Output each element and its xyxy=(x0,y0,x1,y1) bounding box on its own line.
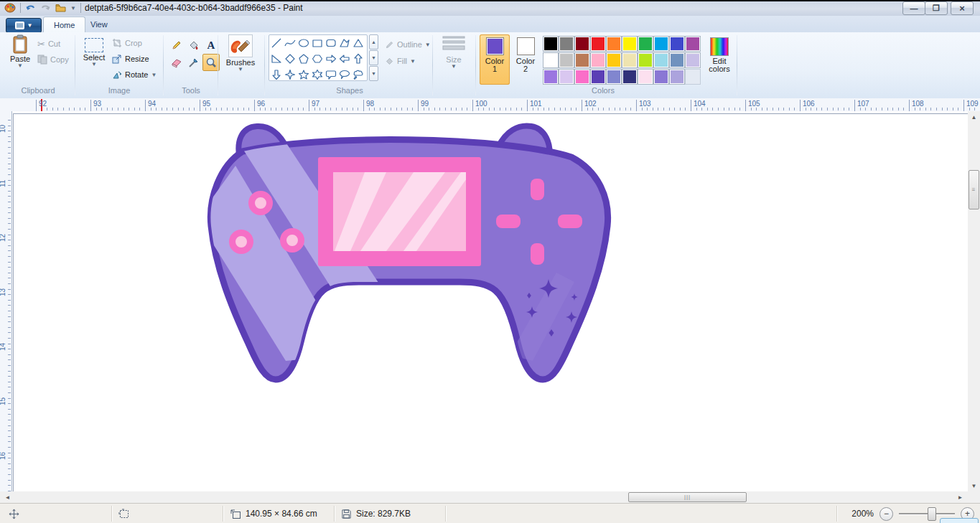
undo-icon[interactable] xyxy=(25,3,36,13)
minimize-button[interactable]: — xyxy=(902,1,925,15)
palette-swatch[interactable] xyxy=(669,52,685,68)
fill-tool[interactable] xyxy=(185,37,202,54)
palette-swatch[interactable] xyxy=(685,36,701,52)
palette-swatch[interactable] xyxy=(543,52,559,68)
color1-button[interactable]: Color 1 xyxy=(480,34,510,85)
palette-swatch[interactable] xyxy=(590,69,606,85)
color-picker-tool[interactable] xyxy=(185,54,202,71)
scroll-left-arrow[interactable]: ◄ xyxy=(1,491,14,503)
outline-button[interactable]: Outline ▼ xyxy=(385,37,431,52)
close-button[interactable]: × xyxy=(951,1,974,15)
scroll-down-arrow[interactable]: ▼ xyxy=(968,480,980,491)
palette-swatch[interactable] xyxy=(669,69,685,85)
folder-icon[interactable] xyxy=(55,3,66,13)
palette-swatch[interactable] xyxy=(622,69,638,85)
rotate-button[interactable]: Rotate ▼ xyxy=(112,67,157,82)
shape-right-triangle[interactable] xyxy=(271,52,284,66)
pencil-icon xyxy=(171,39,182,51)
palette-swatch[interactable] xyxy=(669,36,685,52)
scroll-up-arrow[interactable]: ▲ xyxy=(968,111,980,123)
fill-button[interactable]: Fill ▼ xyxy=(385,54,416,68)
vertical-scrollbar[interactable]: ▲ ≡ ▼ xyxy=(968,111,980,491)
shape-line[interactable] xyxy=(271,36,284,50)
palette-swatch[interactable] xyxy=(638,69,653,85)
redo-icon[interactable] xyxy=(40,3,51,13)
shape-rectangle[interactable] xyxy=(312,36,325,50)
palette-swatch[interactable] xyxy=(574,36,590,52)
shape-right-arrow[interactable] xyxy=(325,52,339,66)
palette-swatch[interactable] xyxy=(543,36,559,52)
ruler-number: 15 xyxy=(0,391,6,407)
select-button[interactable]: Select ▼ xyxy=(80,34,108,85)
palette-swatch[interactable] xyxy=(638,36,653,52)
shape-curve[interactable] xyxy=(284,36,298,50)
horizontal-ruler: 9293949596979899100101102103104105106107… xyxy=(0,98,980,112)
shape-six-point-star[interactable] xyxy=(312,67,325,82)
palette-swatch[interactable] xyxy=(574,52,590,68)
palette-swatch[interactable] xyxy=(543,69,559,85)
ruler-number: 10 xyxy=(0,118,6,135)
paste-button[interactable]: Paste ▼ xyxy=(6,34,34,85)
eraser-tool[interactable] xyxy=(168,54,185,71)
zoom-slider-thumb[interactable] xyxy=(928,507,936,521)
qat-dropdown[interactable]: ▼ xyxy=(70,6,76,11)
scroll-right-arrow[interactable]: ► xyxy=(954,491,966,503)
tab-home[interactable]: Home xyxy=(43,17,85,33)
palette-swatch[interactable] xyxy=(590,52,606,68)
palette-swatch[interactable] xyxy=(606,36,622,52)
horizontal-scroll-thumb[interactable]: ||| xyxy=(628,492,747,502)
cut-button: ✂ Cut xyxy=(37,37,60,51)
shape-polygon[interactable] xyxy=(339,36,353,50)
palette-swatch-empty[interactable] xyxy=(685,69,701,85)
edit-colors-label: Edit colors xyxy=(705,57,734,73)
palette-swatch[interactable] xyxy=(653,52,669,68)
shapes-scroll-down[interactable]: ▼ xyxy=(369,50,378,65)
shape-up-arrow[interactable] xyxy=(353,52,366,66)
shape-oval-callout[interactable] xyxy=(339,67,353,82)
tab-view[interactable]: View xyxy=(80,17,118,32)
shapes-more-button[interactable]: ▼ xyxy=(369,66,378,81)
text-tool-icon: A xyxy=(207,39,215,52)
palette-swatch[interactable] xyxy=(622,36,638,52)
palette-swatch[interactable] xyxy=(559,36,574,52)
horizontal-scrollbar[interactable]: ◄ ||| ► xyxy=(0,491,968,503)
palette-swatch[interactable] xyxy=(606,69,622,85)
shape-four-point-star[interactable] xyxy=(284,67,298,82)
shape-pentagon[interactable] xyxy=(298,52,312,66)
palette-swatch[interactable] xyxy=(653,36,669,52)
palette-swatch[interactable] xyxy=(685,52,701,68)
palette-swatch[interactable] xyxy=(590,36,606,52)
zoom-slider[interactable] xyxy=(899,513,955,515)
shape-hexagon[interactable] xyxy=(312,52,325,66)
shape-rounded-callout[interactable] xyxy=(325,67,339,82)
resize-button[interactable]: Resize xyxy=(112,52,149,66)
shapes-scroll-up[interactable]: ▲ xyxy=(369,34,378,50)
shape-rounded-rectangle[interactable] xyxy=(325,36,339,50)
palette-swatch[interactable] xyxy=(559,52,574,68)
shape-diamond[interactable] xyxy=(284,52,298,66)
edit-colors-button[interactable]: Edit colors xyxy=(704,34,735,85)
palette-swatch[interactable] xyxy=(559,69,574,85)
shape-down-arrow[interactable] xyxy=(271,67,284,82)
file-menu-button[interactable]: ▼ xyxy=(6,18,42,33)
pencil-tool[interactable] xyxy=(168,37,185,54)
palette-swatch[interactable] xyxy=(622,52,638,68)
zoom-out-button[interactable]: − xyxy=(879,507,893,521)
shape-ellipse[interactable] xyxy=(298,36,312,50)
group-label-colors: Colors xyxy=(567,86,639,95)
palette-swatch[interactable] xyxy=(574,69,590,85)
shape-triangle[interactable] xyxy=(353,36,366,50)
paint-canvas[interactable] xyxy=(12,111,968,491)
palette-swatch[interactable] xyxy=(638,52,653,68)
shape-five-point-star[interactable] xyxy=(298,67,312,82)
restore-button[interactable]: ❐ xyxy=(925,1,948,15)
brushes-button[interactable]: Brushes ▼ xyxy=(224,34,257,85)
shape-cloud-callout[interactable] xyxy=(353,67,366,82)
palette-swatch[interactable] xyxy=(606,52,622,68)
color2-button[interactable]: Color 2 xyxy=(511,34,540,85)
cursor-position-icon xyxy=(9,509,19,519)
vertical-scroll-thumb[interactable]: ≡ xyxy=(969,170,979,209)
shape-left-arrow[interactable] xyxy=(339,52,353,66)
color2-label: Color 2 xyxy=(513,57,538,73)
palette-swatch[interactable] xyxy=(653,69,669,85)
